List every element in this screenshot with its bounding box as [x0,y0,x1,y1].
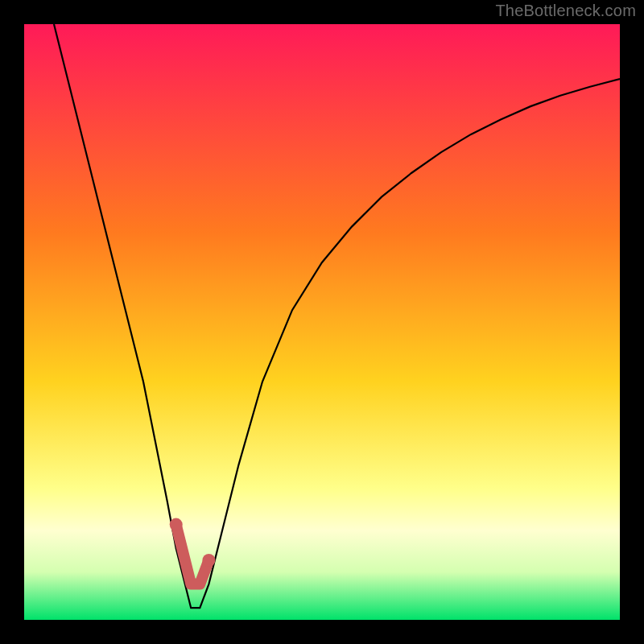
chart-frame: TheBottleneck.com [0,0,644,644]
highlight-endpoint [170,518,183,531]
gradient-background [24,24,620,620]
highlight-endpoint [202,554,215,567]
watermark-text: TheBottleneck.com [495,2,636,20]
plot-area [24,24,620,620]
bottleneck-curve-chart [24,24,620,620]
